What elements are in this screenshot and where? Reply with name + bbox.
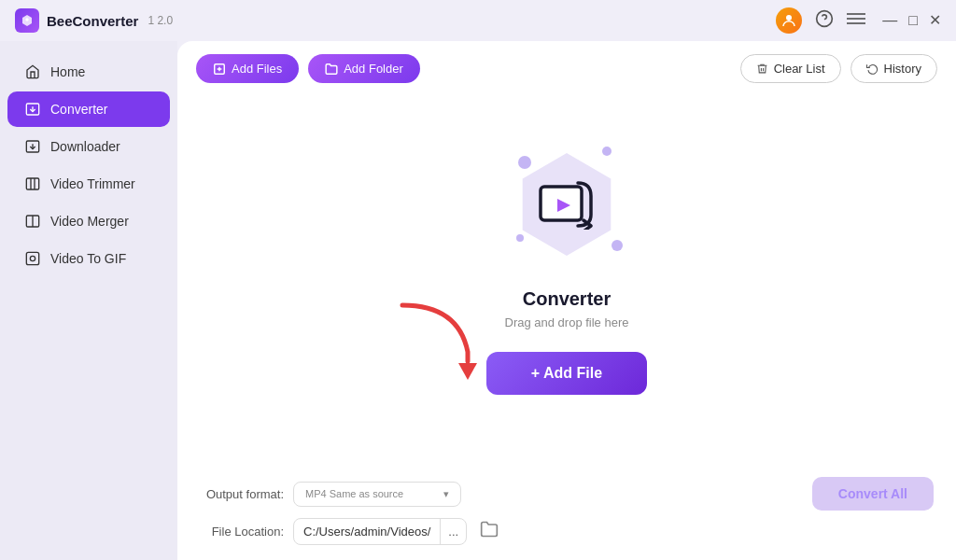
output-format-label: Output format:	[200, 487, 284, 501]
add-folder-button[interactable]: Add Folder	[308, 54, 420, 83]
browse-folder-button[interactable]	[480, 520, 499, 543]
sidebar-item-converter[interactable]: Converter	[7, 91, 170, 127]
red-arrow-decoration	[384, 296, 486, 380]
menu-icon[interactable]	[847, 11, 865, 30]
decoration-dot-2	[602, 147, 612, 156]
toolbar-right: Clear List History	[740, 54, 937, 83]
convert-all-label: Convert All	[838, 486, 907, 501]
close-button[interactable]: ✕	[929, 13, 941, 28]
sidebar-item-video-merger-label: Video Merger	[50, 214, 129, 229]
history-button[interactable]: History	[851, 54, 937, 83]
clear-list-button[interactable]: Clear List	[740, 54, 841, 83]
sidebar-item-downloader-label: Downloader	[50, 139, 120, 154]
file-location-row: File Location: C:/Users/admin/Videos/ ..…	[200, 518, 934, 545]
output-format-select[interactable]: MP4 Same as source ▾	[293, 482, 461, 507]
main-layout: Home Converter Downloader	[0, 41, 956, 560]
chevron-down-icon: ▾	[443, 488, 449, 500]
sidebar-item-home-label: Home	[50, 64, 85, 79]
sidebar-item-converter-label: Converter	[50, 102, 107, 117]
bottom-bar: Output format: MP4 Same as source ▾ Conv…	[177, 466, 956, 560]
add-file-label: + Add File	[531, 365, 602, 382]
app-version: 1 2.0	[148, 14, 173, 27]
file-location-input[interactable]: C:/Users/admin/Videos/ ...	[293, 518, 467, 545]
video-merger-icon	[24, 213, 41, 230]
sidebar-item-video-trimmer[interactable]: Video Trimmer	[7, 166, 170, 202]
sidebar: Home Converter Downloader	[0, 41, 177, 560]
svg-point-15	[30, 256, 35, 260]
video-to-gif-icon	[24, 250, 41, 267]
file-location-value: C:/Users/admin/Videos/	[294, 519, 440, 544]
convert-all-button[interactable]: Convert All	[812, 477, 934, 511]
app-name: BeeConverter	[47, 13, 138, 29]
output-format-value: MP4 Same as source	[305, 488, 403, 499]
decoration-dot-3	[612, 240, 623, 251]
sidebar-item-video-to-gif[interactable]: Video To GIF	[7, 241, 170, 276]
svg-rect-14	[26, 252, 38, 264]
title-bar-right: — □ ✕	[776, 7, 941, 34]
app-logo	[15, 8, 39, 33]
drop-zone-icon	[501, 139, 632, 270]
svg-rect-9	[26, 178, 38, 189]
content-area: Add Files Add Folder	[177, 41, 956, 560]
file-location-label: File Location:	[200, 525, 284, 539]
add-folder-label: Add Folder	[344, 62, 403, 76]
toolbar-left: Add Files Add Folder	[196, 54, 420, 83]
maximize-button[interactable]: □	[908, 13, 918, 28]
decoration-dot-1	[518, 156, 531, 169]
svg-marker-21	[458, 363, 477, 380]
history-label: History	[884, 62, 921, 76]
user-avatar-icon[interactable]	[776, 7, 802, 34]
converter-icon	[24, 101, 41, 118]
sidebar-item-downloader[interactable]: Downloader	[7, 129, 170, 164]
clear-list-label: Clear List	[774, 62, 825, 76]
downloader-icon	[24, 138, 41, 155]
output-format-row: Output format: MP4 Same as source ▾ Conv…	[200, 477, 934, 511]
file-location-dots-button[interactable]: ...	[440, 519, 466, 544]
decoration-dot-4	[516, 234, 524, 242]
home-icon	[24, 63, 41, 80]
video-trimmer-icon	[24, 175, 41, 192]
drop-zone-title: Converter	[523, 288, 611, 310]
sidebar-item-video-merger[interactable]: Video Merger	[7, 203, 170, 239]
toolbar: Add Files Add Folder	[177, 41, 956, 96]
video-file-icon	[537, 179, 597, 230]
sidebar-item-video-trimmer-label: Video Trimmer	[50, 176, 135, 191]
add-files-button[interactable]: Add Files	[196, 54, 299, 83]
drop-zone: Converter Drag and drop file here + Add …	[177, 96, 956, 466]
svg-point-0	[786, 15, 792, 21]
add-file-button[interactable]: + Add File	[486, 352, 647, 395]
help-icon[interactable]	[815, 9, 834, 32]
minimize-button[interactable]: —	[882, 13, 897, 28]
sidebar-item-home[interactable]: Home	[7, 54, 170, 90]
title-bar: BeeConverter 1 2.0 — □ ✕	[0, 0, 956, 41]
title-bar-left: BeeConverter 1 2.0	[15, 8, 173, 33]
add-files-label: Add Files	[232, 62, 282, 76]
window-controls: — □ ✕	[882, 13, 941, 28]
drop-zone-subtitle: Drag and drop file here	[505, 315, 629, 329]
sidebar-item-video-to-gif-label: Video To GIF	[50, 251, 126, 266]
